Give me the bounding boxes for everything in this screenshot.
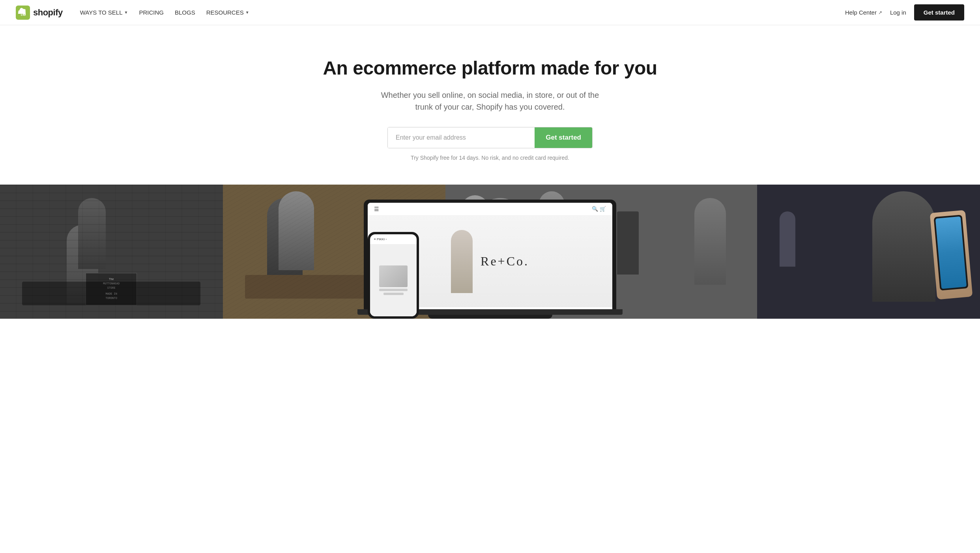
bg-person-silhouette xyxy=(780,211,795,267)
email-input[interactable] xyxy=(388,127,535,148)
hero-subtitle: Whether you sell online, on social media… xyxy=(381,89,599,113)
get-started-button-hero[interactable]: Get started xyxy=(535,127,592,148)
brick-texture xyxy=(0,185,223,319)
phone-nav-bar: ≡ PIKKI › xyxy=(370,234,417,245)
navbar-left: shopify WAYS TO SELL ▼ PRICING BLOGS RES… xyxy=(16,6,254,20)
hamburger-icon: ☰ xyxy=(374,206,379,212)
email-form: Get started xyxy=(387,127,593,148)
phone-nav-text: ≡ PIKKI › xyxy=(374,237,387,241)
store-sign: The MUTTONHEAD STORE MADE IN TORONTO xyxy=(86,273,137,305)
person-silhouette-1 xyxy=(78,198,106,269)
svg-point-2 xyxy=(24,14,26,15)
phone-screen: ≡ PIKKI › xyxy=(370,234,417,316)
external-link-icon: ↗ xyxy=(878,10,882,15)
navbar-right: Help Center ↗ Log in Get started xyxy=(845,4,964,21)
nav-item-ways-to-sell[interactable]: WAYS TO SELL ▼ xyxy=(75,6,133,19)
help-center-link[interactable]: Help Center ↗ xyxy=(845,9,882,16)
phone-in-hand xyxy=(933,215,968,291)
model-figure xyxy=(451,230,473,293)
ways-to-sell-dropdown-icon: ▼ xyxy=(124,10,128,15)
nav-item-blogs[interactable]: BLOGS xyxy=(170,6,200,19)
nav-item-resources[interactable]: RESOURCES ▼ xyxy=(202,6,254,19)
images-section: The MUTTONHEAD STORE MADE IN TORONTO xyxy=(0,185,980,319)
hero-disclaimer: Try Shopify free for 14 days. No risk, a… xyxy=(411,155,569,161)
laptop-stand xyxy=(428,315,552,319)
nav-label-blogs: BLOGS xyxy=(175,9,195,16)
photo-panel-person-sign: The MUTTONHEAD STORE MADE IN TORONTO xyxy=(0,185,223,319)
svg-point-1 xyxy=(21,14,22,15)
laptop-browser-nav: ☰ 🔍 🛒 xyxy=(368,203,612,216)
get-started-button-nav[interactable]: Get started xyxy=(914,4,964,21)
photo-panel-person-phone xyxy=(757,185,980,319)
nav-label-resources: RESOURCES xyxy=(206,9,244,16)
phone-product-img xyxy=(379,265,407,287)
phone-product-line1 xyxy=(379,289,407,291)
person-silhouette-2 xyxy=(279,191,314,270)
nav-item-pricing[interactable]: PRICING xyxy=(134,6,168,19)
hero-section: An ecommerce platform made for you Wheth… xyxy=(0,25,980,185)
shopify-logo[interactable]: shopify xyxy=(16,6,63,20)
nav-label-pricing: PRICING xyxy=(139,9,164,16)
hero-subtitle-line1: Whether you sell online, on social media… xyxy=(381,91,599,99)
help-center-label: Help Center xyxy=(845,9,877,16)
hero-subtitle-line2: trunk of your car, Shopify has you cover… xyxy=(415,103,565,111)
hand-holding-phone xyxy=(930,210,973,299)
nav-label-ways-to-sell: WAYS TO SELL xyxy=(80,9,123,16)
shopify-logo-icon xyxy=(16,6,30,20)
laptop-nav-icons: 🔍 🛒 xyxy=(592,206,606,212)
logo-text: shopify xyxy=(33,7,63,18)
navbar: shopify WAYS TO SELL ▼ PRICING BLOGS RES… xyxy=(0,0,980,25)
nav-links: WAYS TO SELL ▼ PRICING BLOGS RESOURCES ▼ xyxy=(75,6,254,19)
phone-mockup: ≡ PIKKI › xyxy=(368,232,419,319)
resources-dropdown-icon: ▼ xyxy=(245,10,249,15)
hero-title: An ecommerce platform made for you xyxy=(323,57,657,80)
phone-product-line2 xyxy=(383,293,404,295)
person-silhouette-3c xyxy=(698,200,726,275)
phone-in-hand-screen xyxy=(935,216,967,289)
login-link[interactable]: Log in xyxy=(890,9,906,16)
store-name-text: Re+Co. xyxy=(481,254,529,269)
phone-content xyxy=(370,245,417,316)
